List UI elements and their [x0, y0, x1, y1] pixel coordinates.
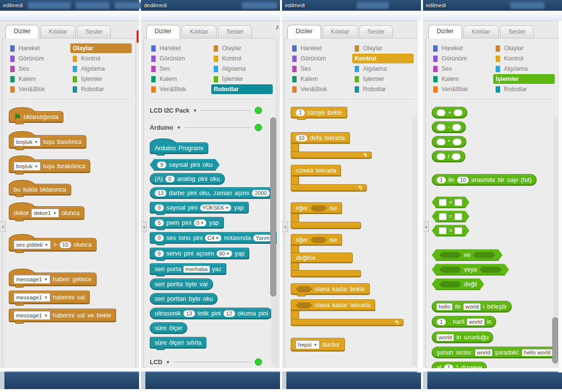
- angle-dropdown[interactable]: 90▼: [217, 250, 232, 257]
- block-serial-byte-available[interactable]: seri portta byte var: [150, 278, 213, 290]
- number-input[interactable]: 10: [60, 241, 71, 248]
- tab-sounds[interactable]: Sesler: [77, 25, 111, 38]
- category-islemler[interactable]: İşlemler: [493, 74, 555, 84]
- number-input[interactable]: 2000: [252, 190, 269, 196]
- value-slot[interactable]: [455, 227, 462, 234]
- tab-costumes[interactable]: Kılıklar: [322, 25, 358, 38]
- block-at-index-string[interactable]: at1'i dizgeye: [432, 362, 487, 368]
- tab-sounds[interactable]: Sesler: [359, 25, 393, 38]
- boolean-slot[interactable]: [439, 281, 462, 288]
- block-wait-secs[interactable]: 1saniye bekle: [291, 107, 347, 118]
- block-greater-than[interactable]: >: [432, 225, 469, 236]
- value-slot[interactable]: [439, 213, 446, 220]
- tab-costumes[interactable]: Kılıklar: [40, 25, 76, 38]
- block-if-else[interactable]: eğerise değilse: [291, 234, 418, 277]
- text-input[interactable]: world: [463, 303, 481, 310]
- number-input[interactable]: 1: [437, 176, 446, 183]
- extension-header-arduino[interactable]: Arduino▼: [150, 124, 262, 131]
- block-join[interactable]: helloileworldi birleştir: [432, 301, 512, 313]
- block-wait-until[interactable]: olana kadar bekle: [291, 283, 370, 295]
- palette-collapse-arrow[interactable]: ◂: [141, 221, 147, 232]
- block-length-of[interactable]: worldin uzunluğu: [432, 332, 493, 343]
- value-slot[interactable]: [455, 199, 462, 206]
- number-input[interactable]: 0: [165, 176, 175, 182]
- block-when-key-pressed[interactable]: boşluk▼tuşu basılınca: [9, 135, 86, 149]
- tab-sounds[interactable]: Sesler: [218, 25, 252, 38]
- block-repeat-until[interactable]: olana kadar tekrarla ↰: [291, 299, 418, 326]
- category-kalem[interactable]: Kalem: [431, 74, 492, 84]
- tab-scripts[interactable]: Diziler: [146, 25, 180, 39]
- block-not[interactable]: değil: [432, 278, 484, 290]
- category-olaylar[interactable]: Olaylar: [211, 43, 273, 53]
- number-input[interactable]: 10: [457, 176, 469, 183]
- boolean-slot[interactable]: [439, 252, 462, 258]
- category-gorunum[interactable]: Görünüm: [149, 54, 210, 63]
- block-add[interactable]: +: [432, 107, 467, 118]
- boolean-slot[interactable]: [473, 252, 495, 258]
- block-pick-random[interactable]: 1ile10arasında bir sayı (tut): [432, 174, 537, 186]
- category-robotlar[interactable]: Robotlar: [211, 84, 273, 94]
- number-slot[interactable]: [452, 124, 461, 131]
- palette-collapse-arrow[interactable]: ◂: [0, 221, 6, 232]
- tab-costumes[interactable]: Kılıklar: [181, 25, 217, 38]
- category-islemler[interactable]: İşlemler: [70, 74, 132, 84]
- message-dropdown[interactable]: message1▼: [14, 293, 50, 302]
- stop-dropdown[interactable]: hepsi▼: [296, 340, 320, 349]
- block-index-of[interactable]: şunun sırası:worldşuradaki:hello world: [432, 347, 558, 358]
- category-kalem[interactable]: Kalem: [290, 74, 351, 84]
- category-hareket[interactable]: Hareket: [290, 43, 351, 53]
- extension-header-lcd-i2c[interactable]: LCD I2C Pack▼: [150, 107, 262, 114]
- block-when-i-receive[interactable]: message1▼haberi gelince: [9, 273, 97, 286]
- block-when-loudness-greater[interactable]: ses şiddeti▼>10olunca: [9, 238, 97, 252]
- block-broadcast[interactable]: message1▼haberini sal: [9, 291, 90, 304]
- value-slot[interactable]: [455, 213, 462, 220]
- number-slot[interactable]: [452, 153, 461, 160]
- number-input[interactable]: 9: [157, 161, 166, 168]
- number-input[interactable]: 1: [437, 318, 446, 325]
- block-divide[interactable]: /: [432, 151, 465, 162]
- block-equals[interactable]: =: [432, 211, 469, 222]
- category-kalem[interactable]: Kalem: [149, 74, 210, 84]
- tab-scripts[interactable]: Diziler: [287, 25, 321, 39]
- number-input[interactable]: 5: [155, 219, 164, 226]
- backdrop-dropdown[interactable]: dekor1▼: [31, 209, 59, 217]
- palette-collapse-arrow[interactable]: ◂: [282, 221, 288, 232]
- category-hareket[interactable]: Hareket: [431, 43, 492, 53]
- number-input[interactable]: 12: [223, 310, 235, 317]
- category-robotlar[interactable]: Robotlar: [493, 84, 555, 94]
- category-kontrol[interactable]: Kontrol: [352, 54, 414, 63]
- block-read-pulse-pin[interactable]: 13darbe pini oku, zaman aşımı2000: [150, 187, 275, 199]
- block-set-digital-pin[interactable]: 9sayısal piniYÜKSEK▼yap: [150, 202, 249, 214]
- number-input[interactable]: 1: [444, 364, 453, 368]
- number-input[interactable]: 9: [155, 235, 164, 241]
- scrollbar-thumb[interactable]: [270, 118, 276, 296]
- number-slot[interactable]: [453, 138, 462, 145]
- block-ultrasonic-read[interactable]: ultrasonik13tetik pini12okuma pini: [150, 308, 273, 319]
- category-algilama[interactable]: Algılama: [70, 64, 132, 74]
- block-serial-write[interactable]: seri portamerhabayaz: [150, 263, 226, 275]
- category-robotlar[interactable]: Robotlar: [352, 84, 414, 94]
- number-input[interactable]: 13: [183, 310, 195, 317]
- block-reset-timer[interactable]: süre ölçeri sıfırla: [150, 337, 206, 349]
- scrollbar-thumb[interactable]: [552, 317, 558, 363]
- block-subtract[interactable]: -: [432, 121, 466, 133]
- text-input[interactable]: hello world: [522, 349, 553, 356]
- category-ses[interactable]: Ses: [8, 64, 69, 74]
- palette-collapse-arrow[interactable]: ◂: [423, 221, 429, 232]
- category-gorunum[interactable]: Görünüm: [290, 54, 351, 63]
- number-slot[interactable]: [437, 153, 445, 160]
- boolean-slot[interactable]: [296, 286, 312, 293]
- block-read-analog-pin[interactable]: (A)0analog pini oku: [150, 173, 225, 185]
- pwm-dropdown[interactable]: 0▼: [194, 219, 206, 226]
- block-letter-of[interactable]: 1. harfiworldin: [432, 316, 496, 328]
- block-multiply[interactable]: *: [432, 136, 466, 148]
- scrollbar-track[interactable]: [412, 117, 417, 366]
- extension-status-dot[interactable]: [255, 107, 262, 114]
- block-repeat-times[interactable]: 10defa tekrarla ↰: [291, 132, 418, 159]
- category-kontrol[interactable]: Kontrol: [493, 54, 555, 63]
- category-kontrol[interactable]: Kontrol: [70, 54, 132, 63]
- number-slot[interactable]: [454, 109, 462, 116]
- category-kalem[interactable]: Kalem: [8, 74, 69, 84]
- boolean-slot[interactable]: [296, 302, 312, 309]
- boolean-slot[interactable]: [310, 205, 327, 212]
